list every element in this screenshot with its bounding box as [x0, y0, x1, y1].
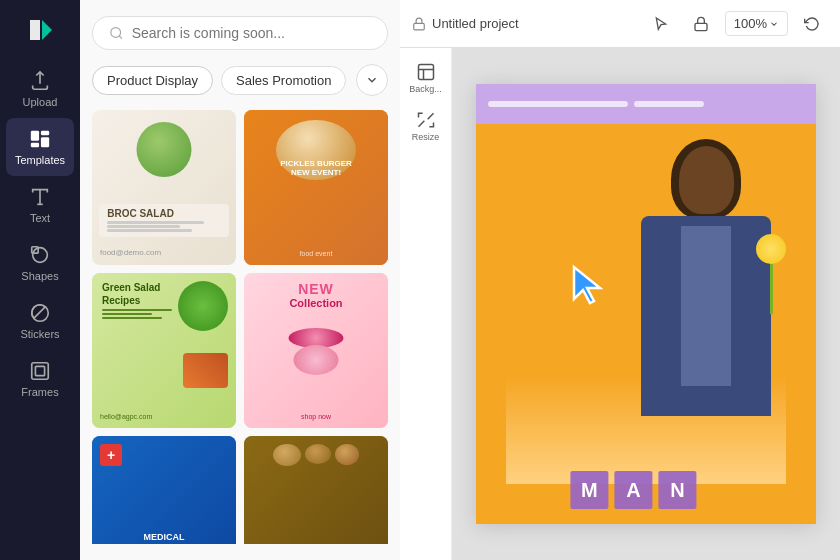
svg-rect-15	[414, 23, 425, 29]
man-figure	[616, 134, 796, 474]
template-card-cookies[interactable]: Cookies	[244, 436, 388, 544]
templates-grid: BROC SALAD food@demo.com PICKLES BURGERN…	[92, 110, 388, 544]
canvas-area: Untitled project 100%	[400, 0, 840, 560]
man-letter-a: A	[614, 471, 652, 509]
preview-image: M A N	[476, 124, 816, 524]
template-card-medical[interactable]: + MEDICALCONSULTATION	[92, 436, 236, 544]
template-card-green-salad[interactable]: Green SaladRecipes hello@agpc.com	[92, 273, 236, 428]
card-title-collection: Collection	[244, 297, 388, 309]
preview-bar-short	[634, 101, 704, 107]
frames-icon	[29, 360, 51, 382]
search-input[interactable]	[132, 25, 371, 41]
template-food-image	[137, 122, 192, 177]
logo[interactable]	[18, 8, 62, 52]
sidebar-label-shapes: Shapes	[21, 270, 58, 282]
template-card-new-collection[interactable]: NEW Collection shop now	[244, 273, 388, 428]
templates-icon	[29, 128, 51, 150]
resize-tool[interactable]: Resize	[400, 104, 451, 148]
svg-rect-5	[31, 143, 39, 148]
canvas-main: M A N	[452, 48, 840, 560]
zoom-level: 100%	[734, 16, 767, 31]
svg-line-14	[119, 36, 122, 39]
pointer-tool-button[interactable]	[645, 12, 677, 36]
man-letter-n: N	[658, 471, 696, 509]
svg-rect-12	[35, 366, 44, 375]
upload-icon	[29, 70, 51, 92]
template-card-broc-salad[interactable]: BROC SALAD food@demo.com	[92, 110, 236, 265]
background-label: Backg...	[409, 84, 442, 94]
svg-rect-3	[41, 131, 49, 136]
filter-row: Product Display Sales Promotion	[92, 64, 388, 96]
card-title-new: NEW	[244, 281, 388, 297]
lock-icon	[412, 17, 426, 31]
svg-rect-17	[418, 65, 433, 80]
sidebar-label-stickers: Stickers	[20, 328, 59, 340]
svg-rect-2	[31, 131, 39, 141]
resize-label: Resize	[412, 132, 440, 142]
card-title-green-salad: Green SaladRecipes	[102, 281, 172, 307]
sidebar: Upload Templates Text Shapes Stickers	[0, 0, 80, 560]
chevron-down-icon	[365, 73, 379, 87]
filter-dropdown-button[interactable]	[356, 64, 388, 96]
preview-bar-long	[488, 101, 628, 107]
pointer-icon	[653, 16, 669, 32]
undo-button[interactable]	[796, 12, 828, 36]
preview-header	[476, 84, 816, 124]
shapes-icon	[29, 244, 51, 266]
card-title-broc: BROC SALAD	[103, 208, 225, 219]
sidebar-item-text[interactable]: Text	[0, 176, 80, 234]
template-panel: Product Display Sales Promotion BROC SAL…	[80, 0, 400, 560]
zoom-chevron-icon	[769, 19, 779, 29]
card-title-burger: PICKLES BURGERNEW EVENT!	[251, 160, 381, 178]
search-bar[interactable]	[92, 16, 388, 50]
stickers-icon	[29, 302, 51, 324]
undo-icon	[804, 16, 820, 32]
man-letter-m: M	[570, 471, 608, 509]
filter-product-display[interactable]: Product Display	[92, 66, 213, 95]
man-letters-row: M A N	[570, 471, 696, 509]
text-icon	[29, 186, 51, 208]
svg-point-13	[111, 28, 121, 38]
sidebar-label-upload: Upload	[23, 96, 58, 108]
filter-sales-promotion[interactable]: Sales Promotion	[221, 66, 346, 95]
svg-rect-4	[41, 137, 49, 147]
background-icon	[416, 62, 436, 82]
sidebar-item-templates[interactable]: Templates	[6, 118, 74, 176]
sidebar-item-upload[interactable]: Upload	[0, 60, 80, 118]
sidebar-label-text: Text	[30, 212, 50, 224]
search-icon	[109, 25, 124, 41]
project-name: Untitled project	[412, 16, 637, 31]
design-preview: M A N	[476, 84, 816, 524]
project-title: Untitled project	[432, 16, 519, 31]
toolbar-actions: 100%	[645, 11, 828, 36]
svg-rect-16	[695, 23, 707, 30]
sidebar-item-shapes[interactable]: Shapes	[0, 234, 80, 292]
sidebar-item-frames[interactable]: Frames	[0, 350, 80, 408]
card-title-medical: MEDICALCONSULTATION	[129, 532, 199, 544]
canvas-toolbar: Untitled project 100%	[400, 0, 840, 48]
lock-button-icon	[693, 16, 709, 32]
sidebar-label-templates: Templates	[15, 154, 65, 166]
template-card-pickles-burger[interactable]: PICKLES BURGERNEW EVENT! food event	[244, 110, 388, 265]
canvas-side-tools: Backg... Resize	[400, 48, 452, 560]
sidebar-label-frames: Frames	[21, 386, 58, 398]
sidebar-item-stickers[interactable]: Stickers	[0, 292, 80, 350]
zoom-control[interactable]: 100%	[725, 11, 788, 36]
lock-button[interactable]	[685, 12, 717, 36]
svg-rect-11	[32, 363, 49, 380]
canvas-content: Backg... Resize	[400, 48, 840, 560]
svg-point-8	[33, 248, 48, 263]
background-tool[interactable]: Backg...	[400, 56, 451, 100]
resize-icon	[416, 110, 436, 130]
